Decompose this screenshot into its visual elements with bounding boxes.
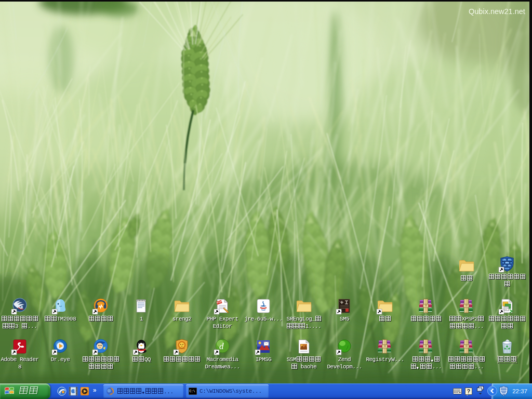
svg-text:?: ? (467, 388, 470, 394)
svg-text:d: d (219, 341, 224, 351)
svg-text:C:\: C:\ (190, 390, 195, 393)
